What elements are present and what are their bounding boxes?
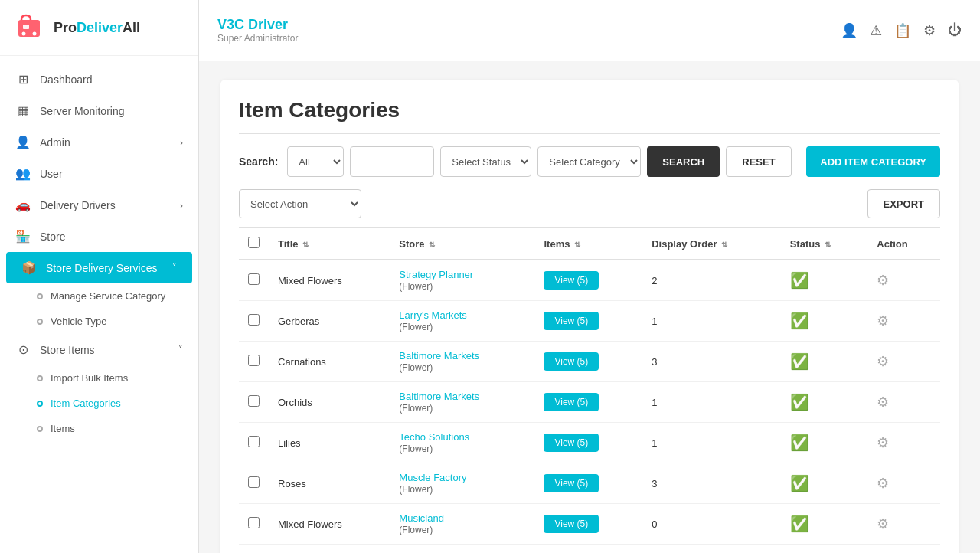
action-gear-icon[interactable]: ⚙ xyxy=(877,476,889,491)
row-checkbox[interactable] xyxy=(248,436,260,447)
dot-icon xyxy=(37,293,43,299)
sidebar-item-items[interactable]: Items xyxy=(0,416,198,441)
view-items-button[interactable]: View (5) xyxy=(544,515,599,533)
store-sub: (Flower) xyxy=(399,443,433,454)
row-checkbox[interactable] xyxy=(248,476,260,488)
svg-rect-1 xyxy=(23,25,29,29)
store-link[interactable]: Techo Solutions xyxy=(399,431,469,443)
sidebar-item-manage-service-category[interactable]: Manage Service Category xyxy=(0,283,198,309)
search-all-dropdown[interactable]: All Title Store xyxy=(287,146,344,177)
svg-point-2 xyxy=(22,32,26,36)
row-checkbox[interactable] xyxy=(248,395,260,407)
row-store: Musicland (Flower) xyxy=(390,504,534,545)
col-display-order: Display Order ⇅ xyxy=(642,228,781,260)
row-action: ⚙ xyxy=(867,463,940,504)
action-gear-icon[interactable]: ⚙ xyxy=(877,516,889,532)
row-store: Muscle Factory (Flower) xyxy=(390,463,534,504)
sidebar-item-store-delivery-services[interactable]: 📦 Store Delivery Services ˅ xyxy=(6,252,192,283)
sidebar-item-vehicle-type[interactable]: Vehicle Type xyxy=(0,309,198,334)
view-items-button[interactable]: View (5) xyxy=(544,271,599,290)
row-items: View (5) xyxy=(534,423,642,463)
header-icons: 👤 ⚠ 📋 ⚙ ⏻ xyxy=(841,22,962,39)
store-link[interactable]: Baltimore Markets xyxy=(399,391,479,402)
edit-icon[interactable]: 📋 xyxy=(894,22,911,39)
user-icon[interactable]: 👤 xyxy=(841,22,858,39)
sidebar-item-delivery-drivers[interactable]: 🚗 Delivery Drivers › xyxy=(0,189,198,221)
store-link[interactable]: Baltimore Markets xyxy=(399,350,479,362)
action-gear-icon[interactable]: ⚙ xyxy=(877,273,889,288)
search-input[interactable] xyxy=(350,146,434,177)
row-title: Mixed Flowers xyxy=(269,260,390,301)
export-button[interactable]: EXPORT xyxy=(867,189,940,218)
sidebar-item-label: Server Monitoring xyxy=(40,105,125,117)
row-checkbox[interactable] xyxy=(248,355,260,366)
store-link[interactable]: Musicland xyxy=(399,512,444,524)
status-dropdown[interactable]: Select Status Active Inactive xyxy=(440,146,531,177)
actions-row: Select Action Delete Selected EXPORT xyxy=(239,189,940,218)
delivery-icon: 📦 xyxy=(21,260,37,275)
row-display-order: 2 xyxy=(642,260,781,301)
sidebar-item-item-categories[interactable]: Item Categories xyxy=(0,391,198,416)
action-gear-icon[interactable]: ⚙ xyxy=(877,394,889,410)
search-button[interactable]: SEARCH xyxy=(647,146,720,177)
row-store: Baltimore Markets (Flower) xyxy=(390,382,534,423)
view-items-button[interactable]: View (5) xyxy=(544,352,599,371)
sidebar-item-store-items[interactable]: ⊙ Store Items ˅ xyxy=(0,334,198,365)
store-link[interactable]: Muscle Factory xyxy=(399,472,466,483)
action-gear-icon[interactable]: ⚙ xyxy=(877,435,889,450)
sidebar-item-dashboard[interactable]: ⊞ Dashboard xyxy=(0,64,198,95)
add-item-category-button[interactable]: ADD ITEM CATEGORY xyxy=(806,146,940,177)
svg-point-3 xyxy=(33,32,37,36)
category-dropdown[interactable]: Select Category xyxy=(537,146,641,177)
settings-icon[interactable]: ⚙ xyxy=(923,22,936,39)
sort-icon[interactable]: ⇅ xyxy=(429,241,435,249)
page-body: Item Categories Search: All Title Store … xyxy=(199,61,980,553)
sort-icon[interactable]: ⇅ xyxy=(574,241,580,249)
sidebar-item-store[interactable]: 🏪 Store xyxy=(0,221,198,252)
table-row: Lilies Techo Solutions (Flower) View (5)… xyxy=(239,423,940,463)
row-status: ✅ xyxy=(781,301,868,342)
row-checkbox[interactable] xyxy=(248,517,260,528)
dot-icon xyxy=(37,375,43,381)
sidebar-item-label: Store Items xyxy=(40,344,95,356)
row-action: ⚙ xyxy=(867,342,940,382)
row-checkbox[interactable] xyxy=(248,314,260,326)
sidebar-item-server-monitoring[interactable]: ▦ Server Monitoring xyxy=(0,95,198,126)
sort-icon[interactable]: ⇅ xyxy=(825,241,831,249)
view-items-button[interactable]: View (5) xyxy=(544,312,599,330)
view-items-button[interactable]: View (5) xyxy=(544,434,599,452)
sidebar-sub-label: Manage Service Category xyxy=(51,290,165,302)
store-link[interactable]: Larry's Markets xyxy=(399,309,466,321)
power-icon[interactable]: ⏻ xyxy=(948,22,962,38)
row-items: View (5) xyxy=(534,382,642,423)
sidebar-sub-label: Item Categories xyxy=(51,398,121,409)
store-link[interactable]: Strategy Planner xyxy=(399,269,473,280)
alert-icon[interactable]: ⚠ xyxy=(870,22,882,39)
col-status: Status ⇅ xyxy=(781,228,868,260)
sort-icon[interactable]: ⇅ xyxy=(721,241,727,249)
view-items-button[interactable]: View (5) xyxy=(544,474,599,492)
chevron-right-icon: › xyxy=(180,138,183,147)
store-sub: (Flower) xyxy=(399,525,433,535)
logo: ProDeliverAll xyxy=(0,0,198,56)
row-status: ✅ xyxy=(781,260,868,301)
search-bar: Search: All Title Store Select Status Ac… xyxy=(239,146,940,177)
col-store: Store ⇅ xyxy=(390,228,534,260)
store-sub: (Flower) xyxy=(399,484,433,495)
sidebar-item-user[interactable]: 👥 User xyxy=(0,158,198,189)
sort-icon[interactable]: ⇅ xyxy=(302,241,309,249)
row-title: Orchids xyxy=(269,382,390,423)
select-action-dropdown[interactable]: Select Action Delete Selected xyxy=(239,189,361,218)
reset-button[interactable]: RESET xyxy=(726,146,791,177)
search-label: Search: xyxy=(239,155,278,168)
sidebar-item-import-bulk-items[interactable]: Import Bulk Items xyxy=(0,365,198,391)
view-items-button[interactable]: View (5) xyxy=(544,393,599,411)
select-all-checkbox[interactable] xyxy=(248,237,260,248)
row-action: ⚙ xyxy=(867,301,940,342)
action-gear-icon[interactable]: ⚙ xyxy=(877,354,889,369)
col-action: Action xyxy=(867,228,940,260)
sidebar-item-admin[interactable]: 👤 Admin › xyxy=(0,126,198,158)
row-checkbox[interactable] xyxy=(248,273,260,285)
action-gear-icon[interactable]: ⚙ xyxy=(877,313,889,329)
col-checkbox xyxy=(239,228,269,260)
